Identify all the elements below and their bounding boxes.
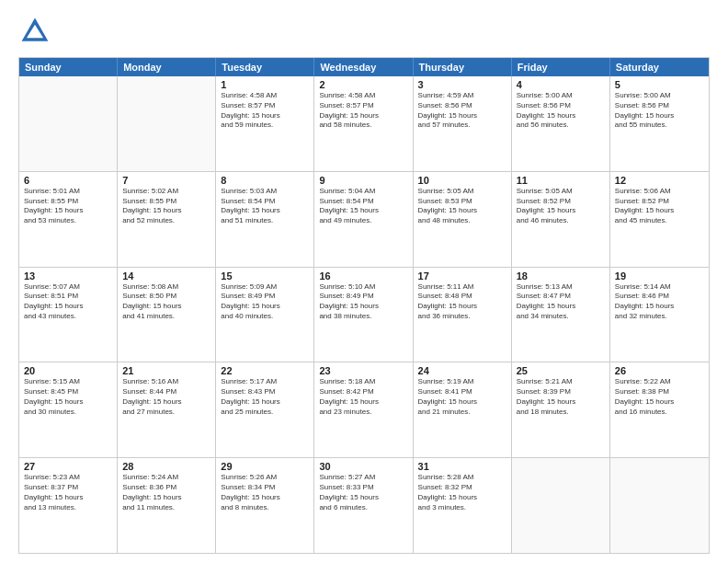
cell-line: Sunset: 8:49 PM — [319, 292, 407, 302]
cell-line: Sunset: 8:47 PM — [517, 292, 605, 302]
cell-line: Daylight: 15 hours — [418, 397, 506, 408]
cell-line: Daylight: 15 hours — [24, 302, 112, 312]
cell-line: Sunset: 8:52 PM — [517, 197, 605, 207]
header-day-friday: Friday — [512, 58, 610, 76]
cell-line: Sunrise: 5:00 AM — [615, 91, 704, 101]
header-day-monday: Monday — [118, 58, 216, 76]
cell-line: Sunset: 8:53 PM — [418, 197, 506, 207]
cell-line: and 58 minutes. — [319, 121, 407, 131]
day-number: 17 — [418, 270, 506, 282]
cell-line: Sunset: 8:55 PM — [24, 197, 112, 207]
day-cell-6: 6Sunrise: 5:01 AMSunset: 8:55 PMDaylight… — [19, 172, 118, 267]
cell-line: Sunset: 8:41 PM — [418, 387, 506, 397]
cell-line: Sunrise: 5:05 AM — [517, 187, 605, 197]
cell-line: and 53 minutes. — [24, 216, 112, 226]
day-number: 1 — [221, 79, 309, 90]
day-cell-3: 3Sunrise: 4:59 AMSunset: 8:56 PMDaylight… — [414, 76, 512, 171]
day-cell-27: 27Sunrise: 5:23 AMSunset: 8:37 PMDayligh… — [19, 458, 118, 553]
day-number: 2 — [319, 79, 407, 90]
day-cell-23: 23Sunrise: 5:18 AMSunset: 8:42 PMDayligh… — [314, 362, 413, 457]
cell-line: Sunrise: 5:22 AM — [615, 377, 704, 387]
day-number: 8 — [221, 175, 309, 186]
cell-line: and 11 minutes. — [122, 503, 210, 513]
cell-line: Sunset: 8:48 PM — [418, 292, 506, 302]
calendar-header: SundayMondayTuesdayWednesdayThursdayFrid… — [19, 58, 709, 76]
day-number: 25 — [517, 365, 605, 376]
cell-line: Daylight: 15 hours — [122, 397, 210, 408]
day-number: 22 — [221, 365, 309, 376]
cell-line: and 41 minutes. — [122, 312, 210, 322]
cell-line: Daylight: 15 hours — [517, 302, 605, 312]
day-number: 13 — [24, 270, 112, 282]
cell-line: Sunset: 8:37 PM — [24, 483, 112, 493]
day-cell-18: 18Sunrise: 5:13 AMSunset: 8:47 PMDayligh… — [512, 268, 610, 362]
cell-line: and 46 minutes. — [517, 216, 605, 226]
cell-line: Sunset: 8:44 PM — [122, 387, 210, 397]
day-number: 18 — [517, 270, 605, 282]
cell-line: and 57 minutes. — [418, 121, 506, 131]
cell-line: Sunrise: 5:24 AM — [122, 473, 210, 483]
cell-line: Daylight: 15 hours — [615, 302, 704, 312]
empty-cell — [512, 458, 610, 553]
logo-icon — [18, 15, 51, 48]
cell-line: and 55 minutes. — [615, 121, 704, 131]
cell-line: Sunset: 8:57 PM — [221, 101, 309, 111]
cell-line: Daylight: 15 hours — [319, 302, 407, 312]
page: SundayMondayTuesdayWednesdayThursdayFrid… — [0, 0, 728, 563]
cell-line: Daylight: 15 hours — [319, 397, 407, 408]
day-cell-19: 19Sunrise: 5:14 AMSunset: 8:46 PMDayligh… — [610, 268, 709, 362]
cell-line: Sunrise: 5:19 AM — [418, 377, 506, 387]
cell-line: Daylight: 15 hours — [24, 397, 112, 408]
cell-line: Daylight: 15 hours — [319, 493, 407, 503]
cell-line: Sunset: 8:46 PM — [615, 292, 704, 302]
cell-line: Daylight: 15 hours — [418, 302, 506, 312]
cell-line: Daylight: 15 hours — [615, 111, 704, 121]
day-cell-30: 30Sunrise: 5:27 AMSunset: 8:33 PMDayligh… — [314, 458, 413, 553]
cell-line: Daylight: 15 hours — [221, 206, 309, 216]
cell-line: Sunrise: 5:13 AM — [517, 282, 605, 293]
cell-line: Sunrise: 5:17 AM — [221, 377, 309, 387]
day-cell-20: 20Sunrise: 5:15 AMSunset: 8:45 PMDayligh… — [19, 362, 118, 457]
cell-line: Sunset: 8:38 PM — [615, 387, 704, 397]
cell-line: Sunset: 8:34 PM — [221, 483, 309, 493]
cell-line: Sunrise: 5:09 AM — [221, 282, 309, 293]
cell-line: and 27 minutes. — [122, 408, 210, 418]
cell-line: Sunrise: 5:28 AM — [418, 473, 506, 483]
cell-line: Sunrise: 5:00 AM — [517, 91, 605, 101]
cell-line: Daylight: 15 hours — [418, 206, 506, 216]
cell-line: Daylight: 15 hours — [24, 493, 112, 503]
cell-line: Sunrise: 4:58 AM — [319, 91, 407, 101]
cell-line: and 18 minutes. — [517, 408, 605, 418]
day-number: 28 — [122, 461, 210, 472]
cell-line: Daylight: 15 hours — [221, 493, 309, 503]
day-number: 11 — [517, 175, 605, 186]
day-number: 20 — [24, 365, 112, 376]
cell-line: Sunrise: 5:04 AM — [319, 187, 407, 197]
cell-line: Daylight: 15 hours — [517, 206, 605, 216]
cell-line: Sunset: 8:51 PM — [24, 292, 112, 302]
day-number: 5 — [615, 79, 704, 90]
day-cell-16: 16Sunrise: 5:10 AMSunset: 8:49 PMDayligh… — [314, 268, 413, 362]
cell-line: Sunrise: 5:21 AM — [517, 377, 605, 387]
calendar-row-5: 27Sunrise: 5:23 AMSunset: 8:37 PMDayligh… — [19, 457, 709, 553]
cell-line: and 51 minutes. — [221, 216, 309, 226]
cell-line: Sunset: 8:33 PM — [319, 483, 407, 493]
cell-line: Sunrise: 5:05 AM — [418, 187, 506, 197]
day-number: 14 — [122, 270, 210, 282]
calendar-row-2: 6Sunrise: 5:01 AMSunset: 8:55 PMDaylight… — [19, 171, 709, 267]
day-number: 21 — [122, 365, 210, 376]
day-number: 10 — [418, 175, 506, 186]
day-cell-24: 24Sunrise: 5:19 AMSunset: 8:41 PMDayligh… — [414, 362, 512, 457]
cell-line: and 40 minutes. — [221, 312, 309, 322]
cell-line: and 3 minutes. — [418, 503, 506, 513]
cell-line: Sunrise: 5:15 AM — [24, 377, 112, 387]
cell-line: and 49 minutes. — [319, 216, 407, 226]
cell-line: Daylight: 15 hours — [615, 206, 704, 216]
day-cell-31: 31Sunrise: 5:28 AMSunset: 8:32 PMDayligh… — [414, 458, 512, 553]
day-cell-9: 9Sunrise: 5:04 AMSunset: 8:54 PMDaylight… — [314, 172, 413, 267]
day-number: 24 — [418, 365, 506, 376]
cell-line: Sunset: 8:42 PM — [319, 387, 407, 397]
day-cell-22: 22Sunrise: 5:17 AMSunset: 8:43 PMDayligh… — [216, 362, 314, 457]
cell-line: and 52 minutes. — [122, 216, 210, 226]
cell-line: and 6 minutes. — [319, 503, 407, 513]
